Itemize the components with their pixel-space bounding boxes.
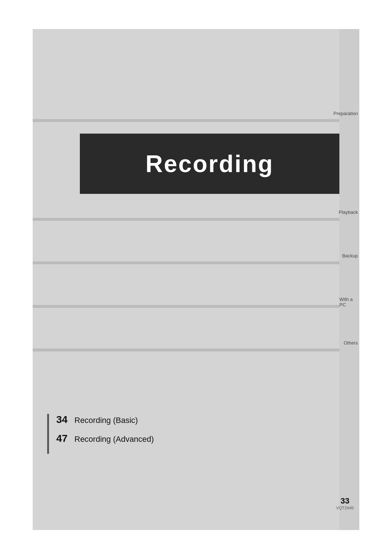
toc-item-1: 34 Recording (Basic) — [51, 414, 269, 425]
preparation-label: Preparation — [334, 111, 359, 116]
section-others: Others — [339, 340, 359, 347]
right-panel — [339, 29, 359, 530]
divider-others — [33, 349, 339, 351]
recording-title: Recording — [146, 150, 274, 178]
divider-with-pc — [33, 305, 339, 308]
backup-label: Backup — [342, 253, 359, 258]
divider-playback — [33, 218, 339, 221]
section-with-pc: With a PC — [339, 297, 359, 309]
toc-text-1: Recording (Basic) — [74, 416, 138, 425]
toc-number-1: 34 — [51, 414, 74, 425]
page-container: Preparation Playback Backup With a PC Ot… — [0, 0, 392, 554]
toc-number-2: 47 — [51, 433, 74, 444]
page-code: VQT1N45 — [336, 506, 354, 510]
recording-block: Recording — [80, 134, 339, 194]
toc-text-2: Recording (Advanced) — [74, 435, 154, 444]
toc-area: 34 Recording (Basic) 47 Recording (Advan… — [51, 414, 269, 444]
content-area: Preparation Playback Backup With a PC Ot… — [33, 29, 359, 530]
page-number-area: 33 VQT1N45 — [336, 496, 354, 510]
section-preparation: Preparation — [339, 111, 359, 118]
with-pc-label: With a PC — [339, 297, 359, 307]
section-playback: Playback — [339, 209, 359, 216]
toc-left-bar — [47, 414, 49, 454]
section-backup: Backup — [339, 253, 359, 260]
toc-item-2: 47 Recording (Advanced) — [51, 433, 269, 444]
playback-label: Playback — [339, 209, 359, 215]
page-number: 33 — [336, 496, 354, 506]
divider-preparation — [33, 119, 339, 122]
others-label: Others — [344, 340, 359, 346]
divider-backup — [33, 261, 339, 264]
